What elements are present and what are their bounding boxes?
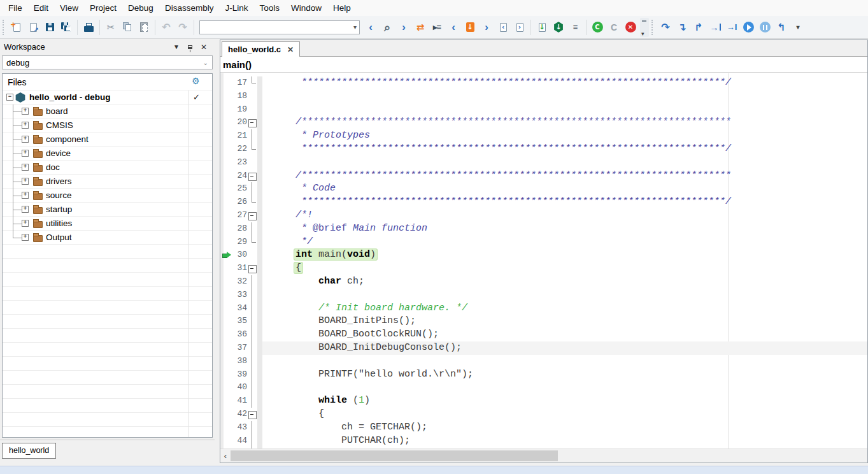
cut-button[interactable]: ✂ [103, 19, 119, 36]
code-text[interactable] [262, 90, 867, 103]
paste-button[interactable] [136, 19, 152, 36]
stop-build-button[interactable]: ✕ [622, 19, 639, 36]
breakpoint-gutter[interactable] [220, 421, 232, 434]
line-number[interactable]: 39 [232, 368, 247, 382]
code-text[interactable]: * Prototypes [262, 129, 867, 143]
previous-bookmark-button[interactable]: ‹ [495, 19, 511, 36]
breakpoint-gutter[interactable] [220, 328, 232, 341]
menu-item-disassembly[interactable]: Disassembly [159, 1, 220, 15]
breakpoint-gutter[interactable] [220, 408, 232, 421]
code-text[interactable]: char ch; [262, 275, 867, 289]
code-text[interactable] [262, 355, 867, 368]
line-number[interactable]: 23 [232, 156, 247, 169]
breakpoint-gutter[interactable] [220, 275, 232, 289]
breakpoint-gutter[interactable] [220, 129, 232, 143]
close-tab-icon[interactable]: ✕ [287, 45, 294, 54]
project-row[interactable]: −hello_world - debug✓ [3, 90, 212, 104]
line-number[interactable]: 24 [232, 169, 247, 183]
breakpoint-gutter[interactable] [220, 315, 232, 328]
download-and-debug-button[interactable]: ↓ [550, 19, 567, 36]
breakpoint-gutter[interactable] [220, 341, 232, 355]
tree-folder-output[interactable]: +Output [3, 231, 212, 245]
debug-more-options-button[interactable]: ▾ [790, 19, 806, 36]
line-number[interactable]: 37 [232, 341, 247, 355]
next-statement-button[interactable]: → [707, 19, 723, 36]
close-panel-icon[interactable]: ✕ [197, 43, 211, 52]
code-area[interactable]: 17 *************************************… [220, 73, 867, 449]
menu-item-edit[interactable]: Edit [28, 1, 54, 15]
code-text[interactable]: ****************************************… [262, 76, 867, 90]
line-number[interactable]: 35 [232, 315, 247, 328]
go-button[interactable] [740, 19, 757, 36]
code-text[interactable]: /***************************************… [262, 116, 867, 129]
menu-item-jlink[interactable]: J-Link [219, 1, 253, 15]
expand-expander[interactable]: + [22, 164, 29, 171]
line-number[interactable]: 38 [232, 355, 247, 368]
breakpoint-gutter[interactable] [220, 209, 232, 222]
code-text[interactable] [262, 289, 867, 302]
toolbar-grip[interactable] [3, 20, 6, 35]
line-number[interactable]: 43 [232, 421, 247, 434]
toolbar-grip[interactable] [651, 20, 655, 35]
line-number[interactable]: 34 [232, 302, 247, 315]
line-number[interactable]: 40 [232, 381, 247, 394]
search-input[interactable]: ▾ [199, 20, 360, 34]
line-number[interactable]: 44 [232, 434, 247, 448]
line-number[interactable]: 29 [232, 236, 247, 249]
line-number[interactable]: 21 [232, 129, 247, 143]
breakpoint-gutter[interactable] [220, 76, 232, 90]
save-button[interactable] [41, 19, 58, 36]
step-out-button[interactable]: ↱ [690, 19, 707, 36]
code-text[interactable]: BOARD_InitPins(); [262, 315, 867, 328]
new-document-button[interactable]: + [8, 19, 25, 36]
code-text[interactable]: int main(void) [262, 248, 867, 262]
collapse-expander[interactable]: − [6, 94, 13, 101]
code-text[interactable]: BOARD_BootClockRUN(); [262, 328, 867, 341]
tree-folder-drivers[interactable]: +drivers [3, 175, 212, 189]
previous-bracket-button[interactable]: ‹ [445, 19, 462, 36]
fold-toggle-icon[interactable] [247, 116, 257, 129]
open-document-button[interactable]: ↗ [25, 19, 41, 36]
tree-folder-component[interactable]: +component [3, 133, 212, 147]
toggle-bookmark-button[interactable]: ↓ [462, 19, 478, 36]
breakpoint-gutter[interactable] [220, 355, 232, 368]
line-number[interactable]: 41 [232, 394, 247, 408]
tree-folder-board[interactable]: +board [3, 104, 212, 118]
code-text[interactable] [262, 103, 867, 117]
code-text[interactable]: ****************************************… [262, 143, 867, 156]
breakpoint-gutter[interactable] [220, 90, 232, 103]
find-previous-button[interactable]: ‹ [362, 19, 379, 36]
breakpoint-gutter[interactable] [220, 302, 232, 315]
horizontal-scrollbar[interactable]: ‹ [220, 449, 867, 463]
breakpoint-gutter[interactable] [220, 222, 232, 236]
navigate-back-forward-button[interactable]: ⇄ [412, 19, 429, 36]
redo-button[interactable]: ↷ [174, 19, 191, 36]
tree-folder-doc[interactable]: +doc [3, 161, 212, 175]
line-number[interactable]: 19 [232, 103, 247, 117]
breakpoint-gutter[interactable] [220, 143, 232, 156]
line-number[interactable]: 28 [232, 222, 247, 236]
expand-expander[interactable]: + [22, 150, 29, 157]
tree-folder-device[interactable]: +device [3, 147, 212, 161]
menu-item-project[interactable]: Project [84, 1, 122, 15]
chevron-down-icon[interactable]: ▾ [351, 24, 359, 31]
breakpoint-gutter[interactable] [220, 248, 232, 262]
tree-folder-source[interactable]: +source [3, 189, 212, 203]
print-button[interactable] [80, 19, 97, 36]
line-number[interactable]: 32 [232, 275, 247, 289]
line-number[interactable]: 42 [232, 408, 247, 421]
line-number[interactable]: 30 [232, 248, 247, 262]
tree-folder-cmsis[interactable]: +CMSIS [3, 118, 212, 133]
expand-expander[interactable]: + [22, 206, 29, 213]
debug-log-button[interactable]: ≡ [567, 19, 583, 36]
code-text[interactable]: ch = GETCHAR(); [262, 421, 867, 434]
undo-button[interactable]: ↶ [158, 19, 174, 36]
line-number[interactable]: 36 [232, 328, 247, 341]
breakpoint-gutter[interactable] [220, 368, 232, 382]
line-number[interactable]: 25 [232, 182, 247, 196]
expand-expander[interactable]: + [22, 234, 29, 241]
breakpoint-gutter[interactable] [220, 262, 232, 275]
breakpoint-gutter[interactable] [220, 196, 232, 209]
config-dropdown[interactable]: debug ⌄ [2, 55, 213, 69]
scroll-left-arrow[interactable]: ‹ [220, 449, 231, 463]
